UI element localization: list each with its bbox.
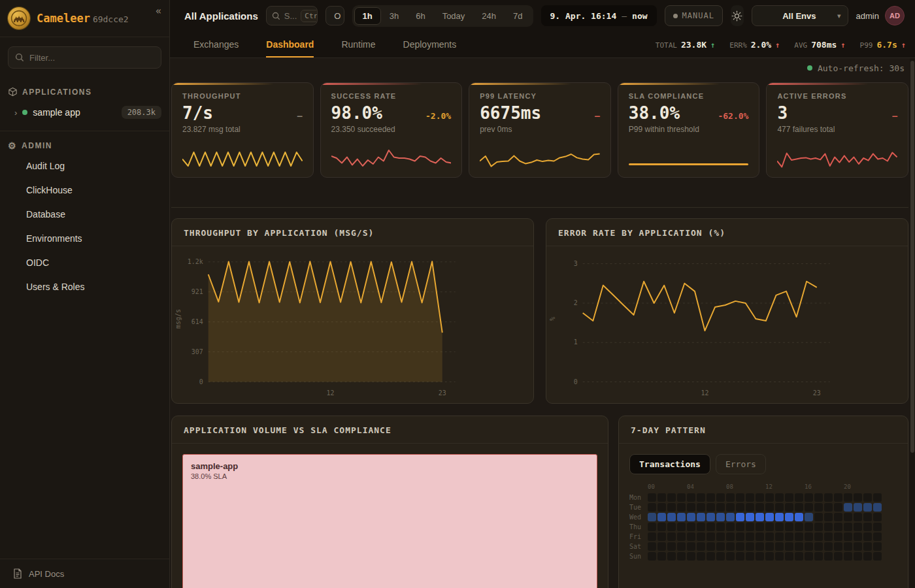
pattern-tab-errors[interactable]: Errors	[716, 454, 766, 474]
sidebar-item-database[interactable]: Database	[0, 204, 169, 224]
tab-runtime[interactable]: Runtime	[341, 31, 375, 57]
heatmap-row-mon: Mon	[629, 493, 897, 502]
kpi-card-success-rate: SUCCESS RATE 98.0% -2.0% 23.350 succeede…	[320, 82, 463, 178]
heatmap-cell	[785, 532, 793, 541]
treemap-node-sample-app[interactable]: sample-app 38.0% SLA	[182, 454, 597, 588]
online-status-button[interactable]: O	[325, 6, 344, 25]
avatar[interactable]: AD	[885, 6, 905, 25]
throughput-chart-panel: THROUGHPUT BY APPLICATION (MSG/S) 030761…	[171, 218, 534, 404]
heatmap-cell	[795, 513, 803, 521]
range-button-7d[interactable]: 7d	[505, 7, 531, 25]
heatmap-cell	[746, 513, 754, 521]
chevron-right-icon[interactable]: ›	[14, 108, 17, 118]
heatmap-cell	[736, 542, 744, 551]
heatmap-cell	[716, 542, 725, 551]
sidebar-item-api-docs[interactable]: API Docs	[0, 559, 169, 588]
range-button-24h[interactable]: 24h	[473, 7, 505, 25]
heatmap-cell	[756, 513, 764, 521]
brand-version: 69dcce2	[93, 14, 129, 24]
range-button-6h[interactable]: 6h	[407, 7, 433, 25]
sidebar-item-clickhouse[interactable]: ClickHouse	[0, 180, 169, 200]
heatmap-cell	[726, 513, 735, 521]
tab-dashboard[interactable]: Dashboard	[266, 31, 314, 57]
heatmap-cell	[677, 532, 686, 541]
heatmap-cell	[785, 552, 793, 561]
heatmap-cell	[697, 523, 705, 531]
environment-select[interactable]: All Envs ▾	[752, 5, 848, 26]
heatmap-cell	[863, 542, 872, 551]
cameleer-logo-icon	[8, 7, 30, 29]
svg-text:2: 2	[574, 299, 578, 306]
api-docs-label: API Docs	[29, 569, 64, 579]
heatmap-row-sun: Sun	[629, 552, 897, 561]
vertical-scrollbar[interactable]	[910, 58, 915, 588]
scrollbar-thumb[interactable]	[910, 61, 914, 453]
heatmap-cell	[726, 552, 735, 561]
heatmap-cell	[775, 513, 784, 521]
heatmap-cell	[775, 542, 784, 551]
heatmap-cell	[677, 503, 686, 512]
sidebar-collapse-button[interactable]: «	[156, 5, 161, 17]
heatmap-cell	[824, 552, 833, 561]
chevron-down-icon: ▾	[837, 12, 841, 20]
heatmap-cell	[844, 542, 852, 551]
heatmap-cell	[707, 552, 715, 561]
heatmap-cell	[814, 513, 823, 521]
range-button-3h[interactable]: 3h	[381, 7, 407, 25]
heatmap-cell	[785, 503, 793, 512]
sidebar-item-sample-app[interactable]: › sample app 208.3k	[0, 102, 169, 123]
svg-text:%: %	[549, 317, 556, 321]
heatmap-cell	[667, 493, 676, 502]
heatmap-cell	[707, 523, 715, 531]
kpi-subtitle: prev 0ms	[480, 125, 600, 134]
heatmap-cell	[844, 532, 852, 541]
auto-refresh-indicator: Auto-refresh: 30s	[171, 58, 908, 78]
heatmap-cell	[844, 552, 852, 561]
manual-mode-button[interactable]: MANUAL	[665, 5, 723, 26]
heatmap-cell	[863, 532, 872, 541]
datetime-start: 9. Apr. 16:14	[550, 11, 617, 21]
heatmap-cell	[746, 542, 754, 551]
sidebar-item-oidc[interactable]: OIDC	[0, 253, 169, 272]
app-count-badge: 208.3k	[122, 106, 161, 119]
global-search-input[interactable]: S... Ctrl+K	[266, 6, 318, 25]
heatmap-cell	[765, 493, 774, 502]
svg-text:msg/s: msg/s	[175, 309, 182, 329]
throughput-chart-title: THROUGHPUT BY APPLICATION (MSG/S)	[172, 219, 533, 246]
range-button-today[interactable]: Today	[434, 7, 474, 25]
throughput-chart: 03076149211.2k1223msg/s	[172, 246, 533, 402]
card-accent-bar	[321, 83, 462, 85]
kpi-card-p99-latency: P99 LATENCY 6675ms – prev 0ms	[469, 82, 611, 178]
kpi-delta: –	[595, 111, 600, 121]
heatmap-cell	[834, 493, 842, 502]
search-shortcut-kbd: Ctrl+K	[301, 10, 318, 22]
heatmap-cell	[687, 513, 695, 521]
pattern-tab-transactions[interactable]: Transactions	[629, 454, 710, 474]
tab-exchanges[interactable]: Exchanges	[193, 31, 239, 57]
heatmap-cell	[736, 552, 744, 561]
heatmap-cell	[756, 552, 764, 561]
heatmap-cell	[756, 532, 764, 541]
heatmap-cell	[736, 532, 744, 541]
sidebar-item-users-roles[interactable]: Users & Roles	[0, 277, 169, 297]
sidebar-item-environments[interactable]: Environments	[0, 229, 169, 248]
range-button-1h[interactable]: 1h	[354, 7, 381, 25]
heatmap-cell	[805, 513, 813, 521]
sun-icon	[731, 10, 742, 22]
heatmap-cell	[707, 513, 715, 521]
time-range-group: 1h3h6hToday24h7d	[352, 5, 533, 27]
sidebar-item-audit-log[interactable]: Audit Log	[0, 156, 169, 176]
heatmap-cell	[854, 503, 862, 512]
heatmap-cell	[824, 523, 833, 531]
auto-refresh-label: Auto-refresh: 30s	[818, 63, 905, 73]
theme-toggle-button[interactable]	[731, 5, 744, 26]
stat-avg: AVG 708ms ↑	[794, 40, 845, 50]
heatmap-cell	[707, 503, 715, 512]
filter-input[interactable]: Filter...	[8, 46, 161, 69]
datetime-range-display[interactable]: 9. Apr. 16:14 – now	[541, 5, 657, 26]
tab-deployments[interactable]: Deployments	[403, 31, 457, 57]
manual-dot	[673, 14, 678, 18]
heatmap-cell	[805, 503, 813, 512]
environment-selected-value: All Envs	[761, 11, 837, 21]
datetime-separator: –	[622, 11, 627, 21]
